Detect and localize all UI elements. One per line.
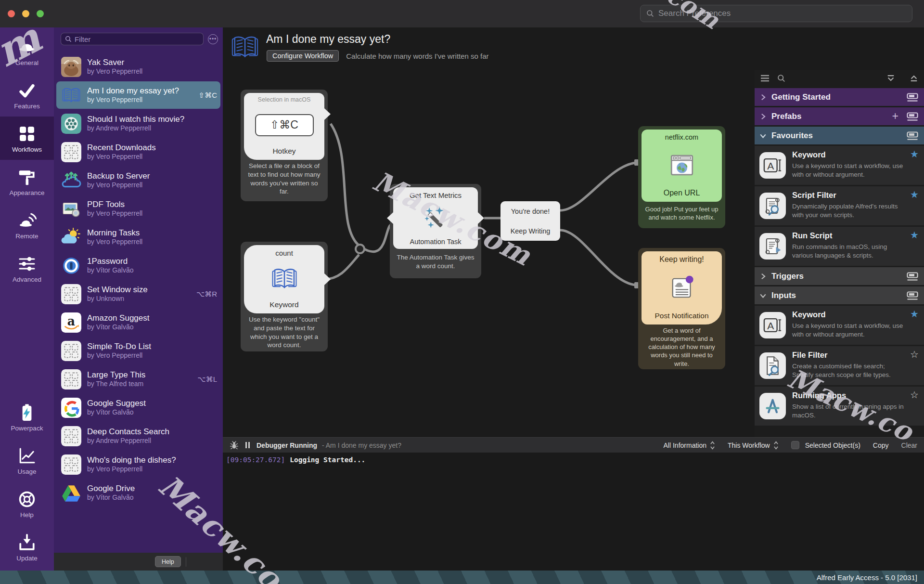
workflow-header: Am I done my essay yet? Configure Workfl… [223,27,924,70]
search-placeholder: Search Preferences [658,9,731,18]
panel-toggle-icon[interactable] [907,112,918,121]
node-keyword[interactable]: count Keyword Use the keyword "count" an… [241,242,328,351]
workflow-row[interactable]: Yak Saver by Vero Pepperrell [54,52,223,81]
palette-item-title: Keyword [792,150,826,159]
sidebar-item-general[interactable]: General [0,30,54,73]
workflow-title: Should I watch this movie? [87,115,217,124]
sidebar-item-label: General [15,59,38,66]
palette-item[interactable]: Script Filter Dynamically populate Alfre… [755,186,924,225]
configure-workflow-button[interactable]: Configure Workflow [267,50,339,62]
favourite-star-icon[interactable]: ★ [910,189,919,200]
workflow-shortcut: ⌥⌘R [196,290,217,298]
workflow-row[interactable]: Backup to Server by Vero Pepperrell [54,166,223,195]
palette-item[interactable]: File Filter Create a customised file sea… [755,346,924,385]
palette-toolbar [755,70,924,88]
palette-item[interactable]: A Keyword Use a keyword to start a workf… [755,306,924,345]
palette-section-header[interactable]: Inputs [755,286,924,304]
panel-toggle-icon[interactable] [907,291,918,300]
workflow-title: 1Password [87,257,217,266]
workflow-row[interactable]: PDF Tools by Vero Pepperrell [54,195,223,223]
chevron-icon [760,292,767,299]
zoom-button[interactable] [37,10,44,17]
workflow-row[interactable]: 1Password by Vítor Galvão [54,251,223,280]
expand-all-icon[interactable] [910,75,918,84]
panel-toggle-icon[interactable] [907,131,918,140]
workflow-row[interactable]: Google Suggest by Vítor Galvão [54,393,223,422]
palette-section-header[interactable]: Getting Started [755,88,924,106]
clear-button[interactable]: Clear [901,441,917,449]
log-message: Logging Started... [290,456,365,464]
workflow-row[interactable]: Google Drive by Vítor Galvão [54,479,223,507]
palette-section-header[interactable]: Prefabs + [755,107,924,125]
output-labels-card[interactable]: You're done! Keep Writing [500,201,560,241]
favourite-star-icon[interactable]: ★ [910,229,919,241]
sidebar-item-powerpack[interactable]: Powerpack [0,395,54,439]
debugger-log[interactable]: [09:05:27.672]Logging Started... [223,453,924,571]
favourite-star-icon[interactable]: ☆ [910,389,919,401]
workflow-row[interactable]: Recent Downloads by Vero Pepperrell [54,138,223,166]
workflow-row[interactable]: Set Window size by Unknown ⌥⌘R [54,280,223,308]
palette-item[interactable]: Running Apps Show a list of currently ru… [755,387,924,426]
selected-objects-checkbox[interactable] [791,441,799,449]
favourite-star-icon[interactable]: ☆ [910,349,919,360]
copy-button[interactable]: Copy [873,441,889,449]
sidebar-item-features[interactable]: Features [0,73,54,117]
panel-toggle-icon[interactable] [907,93,918,102]
wire-junction-node[interactable] [355,244,365,254]
chevron-icon [760,132,767,139]
minimize-button[interactable] [22,10,29,17]
palette-item-title: Keyword [792,310,826,319]
palette-blocks: Getting Started Prefabs + [755,88,924,426]
palette-section-header[interactable]: Triggers [755,267,924,285]
workflow-row[interactable]: Deep Contacts Search by Andrew Pepperrel… [54,422,223,450]
palette-item[interactable]: Run Script Run commands in macOS, using … [755,227,924,266]
palette-section-header[interactable]: Favourites [755,127,924,144]
workflow-row-icon [61,398,81,418]
palette-item-description: Run commands in macOS, using various lan… [792,243,908,260]
close-button[interactable] [8,10,15,17]
updown-chevron-icon [710,441,715,450]
pause-debugger-icon[interactable] [245,442,250,448]
sidebar-item-remote[interactable]: Remote [0,203,54,247]
filter-options-icon[interactable]: ••• [208,34,218,44]
workflow-row[interactable]: Who's doing the dishes? by Vero Pepperre… [54,450,223,479]
node-get-text-metrics[interactable]: Get Text Metrics Automation Task The Aut… [390,184,481,278]
collapse-all-icon[interactable] [886,75,895,84]
sidebar-item-advanced[interactable]: Advanced [0,247,54,290]
add-prefab-icon[interactable]: + [892,111,898,122]
sidebar-item-usage[interactable]: Usage [0,439,54,482]
node-type-label: Automation Task [410,238,462,246]
workflow-row[interactable]: Should I watch this movie? by Andrew Pep… [54,109,223,138]
workflow-canvas[interactable]: Selection in macOS ⇧⌘C Hotkey Select a f… [223,70,755,437]
favourite-star-icon[interactable]: ★ [910,308,919,320]
sidebar-item-icon [16,253,38,274]
workflow-row[interactable]: Simple To-Do List by Vero Pepperrell [54,337,223,365]
sidebar-item-update[interactable]: Update [0,525,54,569]
sidebar-item-label: Workflows [12,146,42,153]
sidebar-item-workflows[interactable]: Workflows [0,117,54,160]
list-bottom-toolbar: Help [54,553,223,571]
search-preferences-input[interactable]: Search Preferences [640,5,912,22]
node-post-notification[interactable]: Keep writing! Post Notification Get a wo… [638,248,725,369]
workflow-row[interactable]: Am I done my essay yet? by Vero Pepperre… [54,81,223,109]
workflow-row[interactable]: Morning Tasks by Vero Pepperrell [54,223,223,251]
workflow-row[interactable]: Large Type This by The Alfred team ⌥⌘L [54,365,223,393]
palette-search-icon[interactable] [777,74,785,84]
help-button[interactable]: Help [155,556,181,567]
filter-input[interactable]: Filter [61,33,204,45]
workflow-row-icon [61,454,81,475]
favourite-star-icon[interactable]: ★ [910,148,919,160]
palette-item[interactable]: A Keyword Use a keyword to start a workf… [755,146,924,185]
list-view-icon[interactable] [760,75,770,84]
palette-item-description: Show a list of currently running apps in… [792,402,908,419]
sidebar-item-appearance[interactable]: Appearance [0,160,54,203]
panel-toggle-icon[interactable] [907,272,918,281]
scope-select[interactable]: This Workflow [728,441,779,450]
sidebar-item-help[interactable]: Help [0,482,54,525]
node-open-url[interactable]: netflix.com Open URL Good job! Put your … [638,126,725,228]
node-hotkey[interactable]: Selection in macOS ⇧⌘C Hotkey Select a f… [241,90,328,201]
node-note: Good job! Put your feet up and watch som… [642,202,722,225]
info-level-select[interactable]: All Information [664,441,715,450]
workflow-author: by Vítor Galvão [87,266,217,274]
workflow-row[interactable]: a Amazon Suggest by Vítor Galvão [54,308,223,337]
